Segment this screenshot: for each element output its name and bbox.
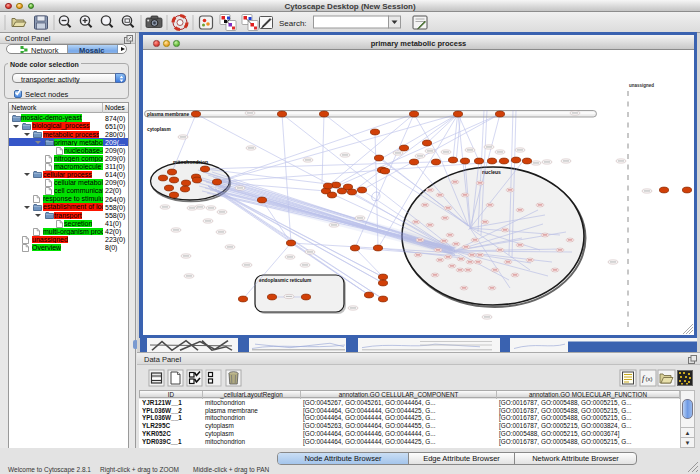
svg-text:mitochondrion: mitochondrion (173, 159, 208, 165)
svg-text:Search:: Search: (279, 19, 307, 28)
svg-text:(x): (x) (646, 376, 653, 382)
svg-text:plasma membrane: plasma membrane (147, 112, 189, 117)
svg-text:endoplasmic reticulum: endoplasmic reticulum (259, 278, 311, 283)
svg-text:cytoplasm: cytoplasm (147, 127, 171, 132)
svg-text:unassigned: unassigned (629, 83, 654, 88)
